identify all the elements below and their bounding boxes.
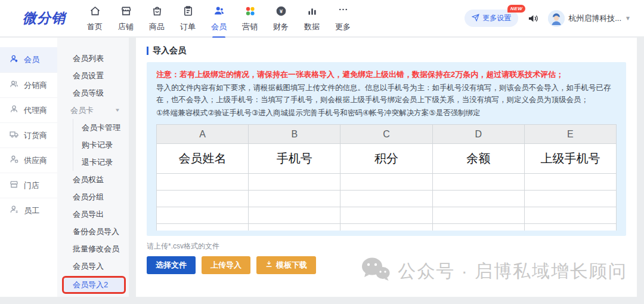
sidebar-item-staff[interactable]: 员工 xyxy=(0,198,57,223)
template-download-button[interactable]: 模板下载 xyxy=(256,256,316,274)
chevron-down-icon: ▼ xyxy=(625,15,631,22)
nav-item-finance[interactable]: ¥ 财务 xyxy=(270,5,292,32)
sidebar-item-members[interactable]: 会员 xyxy=(0,47,57,72)
marketing-dots-icon xyxy=(244,5,256,20)
table-field-cell: 上级手机号 xyxy=(524,144,616,174)
more-settings-button[interactable]: 更多设置 NEW xyxy=(465,10,518,27)
submenu-item-backup-member-import[interactable]: 备份会员导入 xyxy=(57,223,129,240)
nav-item-data[interactable]: 数据 xyxy=(301,5,323,32)
primary-sidebar: 会员 分销商 代理商 订货商 供应商 门店 员工 xyxy=(0,38,57,297)
nav-item-label: 商品 xyxy=(149,22,165,32)
submenu-item-member-level[interactable]: 会员等级 xyxy=(57,84,129,102)
submenu-group-label: 会员卡 xyxy=(70,102,94,119)
table-column-header-row: A B C D E xyxy=(157,125,617,144)
submenu-item-member-groups[interactable]: 会员分组 xyxy=(57,188,129,205)
new-badge: NEW xyxy=(507,5,525,13)
sidebar-item-suppliers[interactable]: 供应商 xyxy=(0,148,57,173)
table-column-header: A xyxy=(157,125,249,144)
nav-item-shop[interactable]: 店铺 xyxy=(114,5,137,32)
secondary-sidebar: 会员列表 会员设置 会员等级 会员卡 ▼ 会员卡管理 购卡记录 退卡记录 会员权… xyxy=(57,38,129,297)
sidebar-item-agents[interactable]: 代理商 xyxy=(0,97,57,122)
sidebar-item-label: 分销商 xyxy=(24,80,47,91)
submenu-item-member-settings[interactable]: 会员设置 xyxy=(57,67,129,84)
title-accent-bar xyxy=(147,47,148,55)
nav-item-products[interactable]: 商品 xyxy=(145,5,168,32)
rocket-icon xyxy=(472,14,479,23)
nav-item-label: 会员 xyxy=(211,22,227,32)
person-icon xyxy=(9,54,19,66)
nav-item-label: 营销 xyxy=(242,22,258,32)
member-person-icon xyxy=(213,5,225,20)
submenu-item-member-list[interactable]: 会员列表 xyxy=(57,50,129,67)
nav-item-marketing[interactable]: 营销 xyxy=(239,5,261,32)
topbar-right: 更多设置 NEW 杭州启博科技... ▼ xyxy=(465,10,631,27)
nav-item-label: 数据 xyxy=(304,22,320,32)
table-field-cell: 会员姓名 xyxy=(157,144,249,174)
finance-coin-icon: ¥ xyxy=(275,5,287,20)
action-button-row: 选择文件 上传导入 模板下载 xyxy=(147,256,626,274)
truck-icon xyxy=(9,129,19,142)
choose-file-button[interactable]: 选择文件 xyxy=(147,256,196,274)
sidebar-item-label: 会员 xyxy=(24,54,39,65)
storefront-icon xyxy=(9,179,19,192)
nav-item-members[interactable]: 会员 xyxy=(208,5,230,32)
submenu-group-member-card[interactable]: 会员卡 ▼ xyxy=(57,102,129,119)
app-logo[interactable]: 微分销 xyxy=(23,9,66,27)
page-title: 导入会员 xyxy=(147,45,626,56)
choose-file-label: 选择文件 xyxy=(156,256,187,274)
people-icon xyxy=(9,79,19,91)
table-field-row: 会员姓名 手机号 积分 余额 上级手机号 xyxy=(157,144,617,174)
submenu-item-card-purchase-records[interactable]: 购卡记录 xyxy=(73,136,129,153)
avatar xyxy=(548,10,565,27)
submenu-item-member-card-manage[interactable]: 会员卡管理 xyxy=(73,119,129,136)
main-content: 导入会员 注意：若有上级绑定的情况，请保持在一张表格导入，避免绑定上级出错，数据… xyxy=(136,38,637,297)
download-icon xyxy=(265,256,273,274)
submenu-item-member-export[interactable]: 会员导出 xyxy=(57,205,129,223)
table-empty-row xyxy=(157,191,617,207)
home-icon xyxy=(89,5,101,20)
submenu-item-member-import[interactable]: 会员导入 xyxy=(57,257,129,275)
account-menu[interactable]: 杭州启博科技... ▼ xyxy=(548,10,631,27)
nav-item-label: 财务 xyxy=(273,22,289,32)
chevron-down-icon: ▼ xyxy=(114,103,120,117)
nav-item-more[interactable]: 更多 xyxy=(332,5,354,32)
sidebar-item-label: 门店 xyxy=(24,180,39,191)
nav-item-orders[interactable]: 订单 xyxy=(177,5,199,32)
nav-item-home[interactable]: 首页 xyxy=(83,5,106,32)
topbar: 微分销 首页 店铺 商品 订单 会员 xyxy=(0,0,644,37)
goods-bag-icon xyxy=(151,5,163,20)
nav-item-label: 店铺 xyxy=(118,22,134,32)
import-notice-panel: 注意：若有上级绑定的情况，请保持在一张表格导入，避免绑定上级出错，数据保持在2万… xyxy=(147,62,626,236)
page-title-text: 导入会员 xyxy=(153,45,186,56)
submenu-item-card-refund-records[interactable]: 退卡记录 xyxy=(73,153,129,171)
sidebar-item-orderers[interactable]: 订货商 xyxy=(0,122,57,148)
import-template-table: A B C D E 会员姓名 手机号 积分 余额 上级手机号 xyxy=(156,124,617,231)
submenu-item-member-rights[interactable]: 会员权益 xyxy=(57,171,129,188)
shop-icon xyxy=(120,5,132,20)
person-tie-icon xyxy=(9,104,19,116)
sidebar-item-stores[interactable]: 门店 xyxy=(0,173,57,198)
upload-format-hint: 请上传*.csv格式的文件 xyxy=(147,241,626,251)
more-ellipsis-icon xyxy=(337,5,349,20)
submenu-item-batch-modify-member[interactable]: 批量修改会员 xyxy=(57,240,129,257)
table-clipped-row xyxy=(157,224,617,231)
sidebar-item-label: 订货商 xyxy=(24,130,47,141)
more-settings-label: 更多设置 xyxy=(482,13,511,23)
upload-import-button[interactable]: 上传导入 xyxy=(202,256,250,274)
table-column-header: D xyxy=(432,125,524,144)
main-nav: 首页 店铺 商品 订单 会员 营销 ¥ xyxy=(83,5,354,32)
table-column-header: E xyxy=(524,125,616,144)
table-field-cell: 手机号 xyxy=(249,144,340,174)
announcement-speaker-icon[interactable] xyxy=(527,13,539,24)
svg-text:¥: ¥ xyxy=(279,8,283,14)
order-clipboard-icon xyxy=(182,5,194,20)
notice-steps-text: ①终端兼容模式②验证手机号③进入商城提示完善手机号和密码④帐号冲突解决方案⑤是否… xyxy=(156,107,617,119)
app-window: 微分销 首页 店铺 商品 订单 会员 xyxy=(0,0,644,304)
nav-item-label: 更多 xyxy=(335,22,351,32)
sidebar-item-distributors[interactable]: 分销商 xyxy=(0,72,57,97)
table-column-header: C xyxy=(340,125,432,144)
notice-body-text: 导入的文件内容有如下要求，请根据截图填写上传文件的信息。信息以手机号为主：如手机… xyxy=(156,82,617,106)
submenu-item-member-import2[interactable]: 会员导入2 xyxy=(62,276,126,294)
template-download-label: 模板下载 xyxy=(276,256,307,274)
account-name: 杭州启博科技... xyxy=(568,13,621,24)
